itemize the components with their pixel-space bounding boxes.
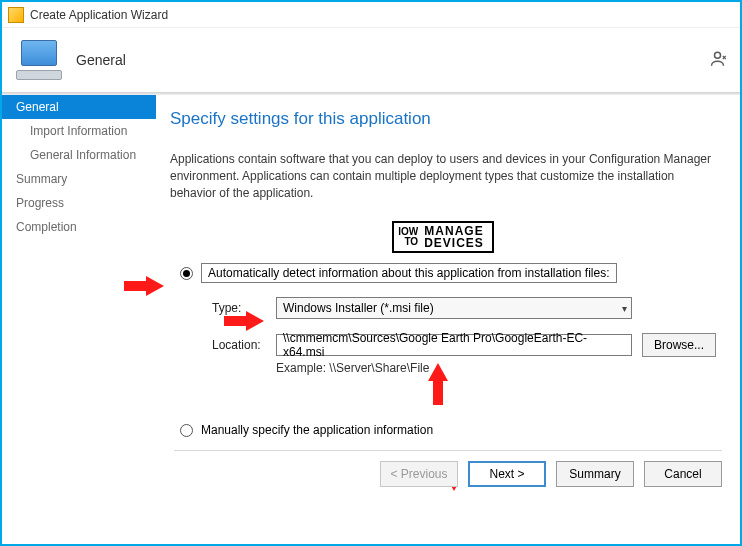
auto-detect-option[interactable]: Automatically detect information about t…: [180, 263, 716, 283]
location-value: \\cmmemcm\Sources\Google Earth Pro\Googl…: [283, 331, 625, 359]
browse-button[interactable]: Browse...: [642, 333, 716, 357]
summary-button[interactable]: Summary: [556, 461, 634, 487]
titlebar: Create Application Wizard: [2, 2, 740, 28]
type-label: Type:: [212, 301, 276, 315]
type-row: Type: Windows Installer (*.msi file) ▾: [212, 297, 716, 319]
header: General: [2, 28, 740, 92]
wizard-body: General Import Information General Infor…: [2, 95, 740, 495]
sidebar-item-progress[interactable]: Progress: [2, 191, 156, 215]
location-example: Example: \\Server\Share\File: [276, 361, 716, 375]
user-icon[interactable]: [710, 50, 728, 73]
svg-point-0: [715, 52, 721, 58]
sidebar-item-general-information[interactable]: General Information: [2, 143, 156, 167]
sidebar-item-import-information[interactable]: Import Information: [2, 119, 156, 143]
chevron-down-icon: ▾: [622, 303, 627, 314]
sidebar-item-completion[interactable]: Completion: [2, 215, 156, 239]
next-button[interactable]: Next >: [468, 461, 546, 487]
window-title: Create Application Wizard: [30, 8, 168, 22]
wizard-icon: [8, 7, 24, 23]
sidebar-item-general[interactable]: General: [2, 95, 156, 119]
auto-detect-radio[interactable]: [180, 267, 193, 280]
watermark-logo: IOW TO MANAGE DEVICES: [170, 221, 716, 253]
type-select[interactable]: Windows Installer (*.msi file) ▾: [276, 297, 632, 319]
previous-button: < Previous: [380, 461, 458, 487]
sidebar-item-summary[interactable]: Summary: [2, 167, 156, 191]
page-description: Applications contain software that you c…: [170, 151, 716, 201]
page-title: Specify settings for this application: [170, 109, 716, 129]
watermark-left-bottom: TO: [398, 237, 418, 247]
wizard-buttons: < Previous Next > Summary Cancel: [174, 450, 722, 487]
watermark-right-bottom: DEVICES: [424, 237, 484, 249]
cancel-button[interactable]: Cancel: [644, 461, 722, 487]
manual-label: Manually specify the application informa…: [201, 423, 433, 437]
auto-detect-label: Automatically detect information about t…: [201, 263, 617, 283]
computer-icon: [16, 40, 62, 80]
header-title: General: [76, 52, 126, 68]
manual-radio[interactable]: [180, 424, 193, 437]
location-input[interactable]: \\cmmemcm\Sources\Google Earth Pro\Googl…: [276, 334, 632, 356]
manual-option[interactable]: Manually specify the application informa…: [180, 423, 716, 437]
location-row: Location: \\cmmemcm\Sources\Google Earth…: [212, 333, 716, 357]
main-panel: Specify settings for this application Ap…: [156, 95, 740, 495]
sidebar: General Import Information General Infor…: [2, 95, 156, 495]
location-label: Location:: [212, 338, 276, 352]
type-value: Windows Installer (*.msi file): [283, 301, 434, 315]
